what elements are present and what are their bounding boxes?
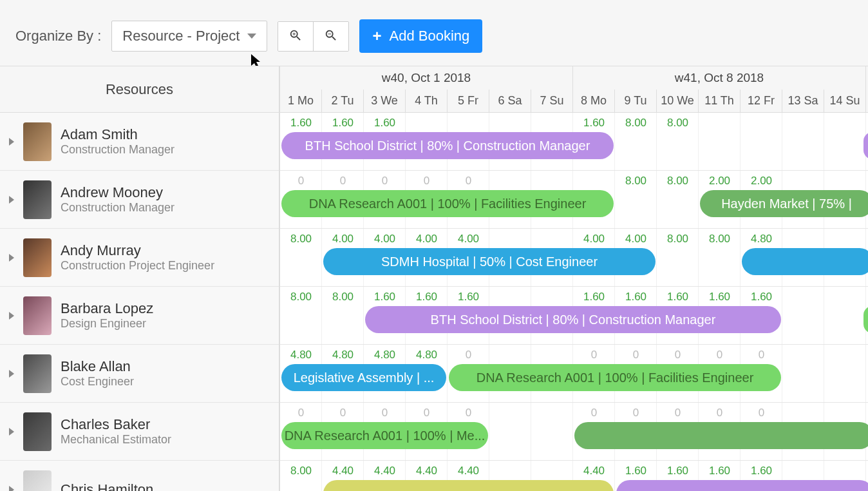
hour-value [489, 175, 531, 186]
timeline-header: w40, Oct 1 2018w41, Oct 8 2018 1 Mo2 Tu3… [280, 66, 868, 113]
plus-icon: + [372, 27, 381, 45]
hour-value: 4.40 [322, 465, 364, 476]
add-booking-button[interactable]: + Add Booking [359, 19, 482, 53]
resource-row[interactable]: Andrew Mooney Construction Manager [0, 171, 279, 229]
day-header[interactable]: 5 Fr [448, 90, 489, 113]
avatar [23, 180, 52, 219]
booking-bar[interactable]: BTH School District | 80% | Construction… [365, 306, 781, 333]
hour-value [782, 175, 824, 186]
zoom-in-button[interactable] [278, 22, 314, 51]
resource-role: Mechanical Estimator [61, 433, 171, 447]
day-header[interactable]: 8 Mo [573, 90, 615, 113]
booking-bar[interactable]: Legislative Assembly | ... [281, 364, 446, 391]
hour-value: 2.00 [741, 175, 782, 186]
day-header[interactable]: 10 We [657, 90, 699, 113]
booking-bar[interactable] [574, 422, 868, 449]
hour-value: 4.40 [364, 465, 406, 476]
resource-info: Andy Murray Construction Project Enginee… [61, 242, 214, 273]
hour-value [406, 117, 448, 128]
hour-value [824, 117, 866, 128]
week-header: w41, Oct 8 2018 [573, 66, 866, 90]
hour-value [531, 175, 573, 186]
expand-arrow-icon[interactable] [9, 486, 14, 492]
day-header[interactable]: 14 Su [824, 90, 866, 113]
booking-bar[interactable]: SDMH Hospital | 50% | Cost Engineer [323, 248, 656, 275]
timeline-row[interactable]: 8.004.004.004.004.004.004.008.008.004.80… [280, 229, 868, 287]
expand-arrow-icon[interactable] [9, 254, 14, 262]
zoom-controls [278, 21, 349, 52]
resource-role: Construction Project Engineer [61, 259, 214, 273]
hour-value [573, 175, 615, 186]
booking-bar[interactable]: DNA Research A001 | 100% | Me... [281, 422, 488, 449]
timeline-row[interactable]: 0000000000DNA Research A001 | 100% | Me.… [280, 403, 868, 461]
booking-bar[interactable]: DNA Research A001 | 100% | Facilities En… [449, 364, 781, 391]
hour-value [489, 465, 531, 476]
hour-value [824, 349, 866, 360]
hour-value: 8.00 [615, 175, 657, 186]
timeline-row[interactable]: 1.601.601.601.608.008.00BTH School Distr… [280, 113, 868, 171]
expand-arrow-icon[interactable] [9, 196, 14, 204]
hour-value: 8.00 [699, 233, 741, 244]
resource-name: Barbara Lopez [61, 300, 153, 317]
hour-value [531, 233, 573, 244]
hour-value [782, 233, 824, 244]
timeline-row[interactable]: 8.004.404.404.404.404.401.601.601.601.60 [280, 461, 868, 491]
zoom-out-button[interactable] [314, 22, 348, 51]
resource-info: Charles Baker Mechanical Estimator [61, 416, 171, 447]
booking-bar[interactable]: BTH School District | 80% | Construction… [281, 132, 614, 159]
hour-value: 1.60 [364, 117, 406, 128]
day-header[interactable]: 9 Tu [615, 90, 657, 113]
day-header[interactable]: 7 Su [531, 90, 573, 113]
hour-value: 4.80 [741, 233, 782, 244]
hour-value: 0 [280, 175, 322, 186]
day-header[interactable]: 3 We [364, 90, 406, 113]
hour-value: 0 [573, 407, 615, 418]
dropdown-value: Resource - Project [122, 28, 240, 44]
resource-info: Adam Smith Construction Manager [61, 126, 175, 157]
day-header[interactable]: 13 Sa [782, 90, 824, 113]
hour-value: 4.40 [573, 465, 615, 476]
day-header[interactable]: 1 Mo [280, 90, 322, 113]
expand-arrow-icon[interactable] [9, 138, 14, 146]
hour-value [448, 117, 489, 128]
booking-bar[interactable]: Hayden Market | 75% | [700, 190, 868, 217]
resource-info: Andrew Mooney Construction Manager [61, 184, 175, 215]
hour-value: 4.80 [406, 349, 448, 360]
day-header[interactable]: 11 Th [699, 90, 741, 113]
resource-row[interactable]: Adam Smith Construction Manager [0, 113, 279, 171]
day-header[interactable]: 4 Th [406, 90, 448, 113]
hour-value: 1.60 [573, 117, 615, 128]
hour-value: 0 [322, 175, 364, 186]
resource-row[interactable]: Chris Hamilton [0, 461, 279, 491]
resource-row[interactable]: Charles Baker Mechanical Estimator [0, 403, 279, 461]
booking-bar[interactable]: DNA Research A001 | 100% | Facilities En… [281, 190, 614, 217]
expand-arrow-icon[interactable] [9, 370, 14, 378]
booking-bar[interactable] [323, 480, 614, 491]
timeline-row[interactable]: 8.008.001.601.601.601.601.601.601.601.60… [280, 287, 868, 345]
day-header[interactable]: 6 Sa [489, 90, 531, 113]
booking-bar[interactable] [616, 480, 868, 491]
expand-arrow-icon[interactable] [9, 312, 14, 320]
organize-by-label: Organize By : [15, 28, 101, 44]
timeline-row[interactable]: 4.804.804.804.80000000Legislative Assemb… [280, 345, 868, 403]
resource-name: Andy Murray [61, 242, 214, 259]
booking-bar[interactable] [742, 248, 868, 275]
hour-value: 0 [699, 407, 741, 418]
avatar [23, 412, 52, 451]
hour-value: 8.00 [657, 175, 699, 186]
hour-value: 0 [741, 349, 782, 360]
day-header[interactable]: 2 Tu [322, 90, 364, 113]
hour-value [531, 291, 573, 302]
expand-arrow-icon[interactable] [9, 428, 14, 436]
timeline-row[interactable]: 000008.008.002.002.00DNA Research A001 |… [280, 171, 868, 229]
resource-row[interactable]: Blake Allan Cost Engineer [0, 345, 279, 403]
hour-value: 1.60 [741, 291, 782, 302]
organize-by-dropdown[interactable]: Resource - Project [111, 21, 267, 52]
resource-row[interactable]: Andy Murray Construction Project Enginee… [0, 229, 279, 287]
resource-row[interactable]: Barbara Lopez Design Engineer [0, 287, 279, 345]
hour-value: 1.60 [406, 291, 448, 302]
hour-value: 4.80 [322, 349, 364, 360]
hour-value: 4.00 [322, 233, 364, 244]
day-header[interactable]: 12 Fr [741, 90, 782, 113]
resource-info: Blake Allan Cost Engineer [61, 358, 134, 389]
